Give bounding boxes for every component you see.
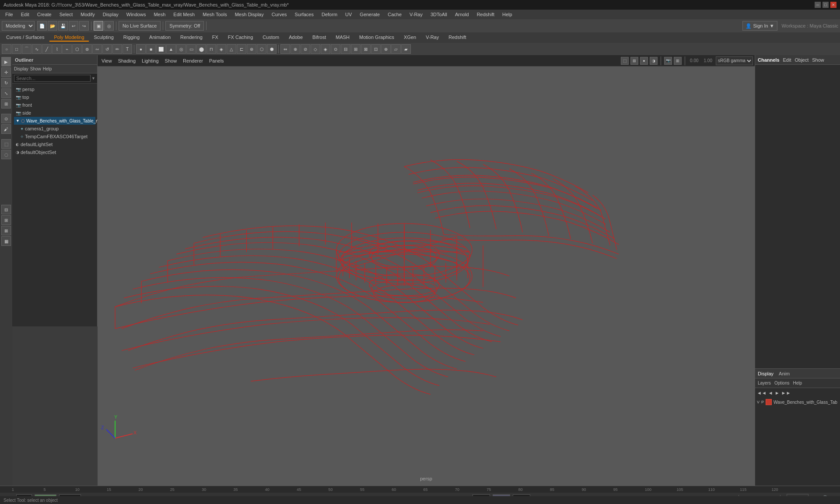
no-live-surface-button[interactable]: No Live Surface: [119, 21, 161, 31]
help-menu[interactable]: Help: [793, 381, 802, 385]
menu-item-deform[interactable]: Deform: [318, 11, 341, 18]
menu-item-create[interactable]: Create: [34, 11, 55, 18]
tree-item-lightset[interactable]: ◐ defaultLightSet: [14, 140, 95, 148]
outliner-help-menu[interactable]: Help: [43, 66, 52, 71]
cube-tool[interactable]: ■: [146, 44, 156, 54]
menu-item-mesh-tools[interactable]: Mesh Tools: [199, 11, 230, 18]
helix-tool[interactable]: ↺: [102, 44, 112, 54]
tab-rendering[interactable]: Rendering: [176, 34, 207, 42]
menu-item-cache[interactable]: Cache: [384, 11, 405, 18]
menu-item-display[interactable]: Display: [99, 11, 122, 18]
soft-select-button[interactable]: ⊙: [1, 114, 11, 123]
nav-last-button[interactable]: ►►: [781, 390, 791, 396]
line-tool[interactable]: ╱: [42, 44, 52, 54]
tab-bifrost[interactable]: Bifrost: [308, 34, 330, 42]
tree-item-side[interactable]: 📷 side: [14, 109, 95, 117]
tree-item-top[interactable]: 📷 top: [14, 93, 95, 101]
tab-sculpting[interactable]: Sculpting: [90, 34, 118, 42]
layout-button1[interactable]: ⊟: [1, 205, 11, 214]
vp-show-menu[interactable]: Show: [163, 58, 179, 64]
prism-tool[interactable]: ◈: [217, 44, 226, 54]
tab-curves-/-surfaces[interactable]: Curves / Surfaces: [2, 34, 49, 42]
reduce-tool[interactable]: ◇: [311, 44, 320, 54]
select-tool-button[interactable]: ▣: [94, 21, 103, 31]
vp-grid-icon[interactable]: ⊞: [674, 57, 682, 65]
tab-animation[interactable]: Animation: [145, 34, 175, 42]
vp-wire-icon[interactable]: ⊞: [630, 57, 638, 65]
vp-smooth-icon[interactable]: ●: [640, 57, 648, 65]
viewport-canvas[interactable]: X Y Z persp: [98, 66, 755, 486]
layers-menu[interactable]: Layers: [758, 381, 771, 385]
select-mode-button[interactable]: ▶: [1, 57, 11, 66]
paint-button[interactable]: 🖌: [1, 124, 11, 134]
move-tool-button[interactable]: ✛: [1, 67, 11, 77]
menu-item-modify[interactable]: Modify: [77, 11, 98, 18]
vp-cam-icon[interactable]: 📷: [664, 57, 672, 65]
tab-fx[interactable]: FX: [208, 34, 223, 42]
conform-tool[interactable]: ⊠: [361, 44, 371, 54]
tree-item-camera-group[interactable]: ✦ camera1_group: [14, 125, 95, 133]
redo-button[interactable]: ↪: [79, 21, 89, 31]
curve-tool[interactable]: ∿: [32, 44, 42, 54]
tab-adobe[interactable]: Adobe: [284, 34, 307, 42]
rotate-tool-button[interactable]: ↻: [1, 78, 11, 88]
boolean-tool[interactable]: ⊕: [290, 44, 300, 54]
edit-tab[interactable]: Edit: [783, 57, 791, 63]
new-file-button[interactable]: 📄: [37, 21, 47, 31]
subd-tool[interactable]: ⊡: [371, 44, 381, 54]
torus-tool[interactable]: ◎: [176, 44, 186, 54]
tab-poly-modeling[interactable]: Poly Modeling: [49, 34, 88, 42]
tree-item-persp[interactable]: 📷 persp: [14, 85, 95, 93]
menu-item-generate[interactable]: Generate: [356, 11, 383, 18]
sculpt-tool[interactable]: ⊙: [331, 44, 340, 54]
vp-shading-menu[interactable]: Shading: [116, 58, 138, 64]
outliner-show-menu[interactable]: Show: [30, 66, 41, 71]
sign-in-button[interactable]: 👤 Sign In ▼: [742, 21, 777, 31]
channels-tab[interactable]: Channels: [758, 57, 780, 63]
options-menu[interactable]: Options: [774, 381, 789, 385]
pencil-tool[interactable]: ✏: [112, 44, 122, 54]
outliner-search-input[interactable]: [14, 75, 91, 82]
mode-dropdown[interactable]: Modeling: [2, 21, 35, 31]
tree-item-tempcam[interactable]: ✧ TempCamFBXASC046Target: [14, 133, 95, 140]
tree-item-wave[interactable]: ▼ ⬡ Wave_Benches_with_Glass_Table_nc1: [14, 117, 95, 125]
undo-button[interactable]: ↩: [69, 21, 78, 31]
tab-mash[interactable]: MASH: [331, 34, 354, 42]
layout-button4[interactable]: ▦: [1, 236, 11, 246]
pyramid-tool[interactable]: △: [227, 44, 236, 54]
lasso-sel-button[interactable]: ◌: [1, 150, 11, 159]
circle-tool[interactable]: ○: [2, 44, 11, 54]
arc-tool[interactable]: ⌒: [22, 44, 32, 54]
vp-select-all-icon[interactable]: ⬚: [621, 57, 629, 65]
vp-view-menu[interactable]: View: [99, 58, 114, 64]
layout-button3[interactable]: ⊠: [1, 226, 11, 235]
close-button[interactable]: ✕: [830, 2, 836, 8]
display-tab[interactable]: Display: [758, 371, 774, 376]
tab-xgen[interactable]: XGen: [399, 34, 420, 42]
vp-lighting-menu[interactable]: Lighting: [140, 58, 161, 64]
universal-manip-button[interactable]: ⊞: [1, 99, 11, 108]
maximize-button[interactable]: □: [822, 2, 829, 8]
svgpoly-tool[interactable]: ⬢: [267, 44, 276, 54]
vp-shaded-icon[interactable]: ◑: [650, 57, 658, 65]
region-select-button[interactable]: ⬚: [1, 139, 11, 149]
fill-hole-tool[interactable]: ◈: [321, 44, 330, 54]
tree-item-front[interactable]: 📷 front: [14, 101, 95, 109]
symmetry-button[interactable]: Symmetry: Off: [165, 21, 204, 31]
disc-tool[interactable]: ⬤: [196, 44, 206, 54]
edge-tool[interactable]: ▱: [391, 44, 401, 54]
tab-rigging[interactable]: Rigging: [119, 34, 144, 42]
menu-item-redshift[interactable]: Redshift: [473, 11, 498, 18]
poly-tool[interactable]: ⬡: [72, 44, 82, 54]
save-file-button[interactable]: 💾: [58, 21, 68, 31]
timeline-ruler[interactable]: 1510152025303540455055606570758085909510…: [0, 486, 840, 493]
menu-item-mesh-display[interactable]: Mesh Display: [231, 11, 267, 18]
nav-next-button[interactable]: ►: [775, 390, 780, 396]
scale-tool-button[interactable]: ⤡: [1, 88, 11, 98]
text-tool[interactable]: T: [122, 44, 132, 54]
wave-tool[interactable]: ∾: [92, 44, 102, 54]
layout-button2[interactable]: ⊞: [1, 215, 11, 225]
menu-item-surfaces[interactable]: Surfaces: [291, 11, 317, 18]
lasso-tool-button[interactable]: ◎: [104, 21, 114, 31]
cone-tool[interactable]: ▲: [166, 44, 176, 54]
